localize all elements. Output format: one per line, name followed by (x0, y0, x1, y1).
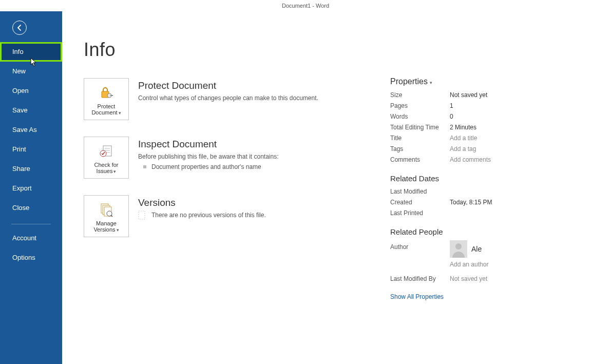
inspect-desc: Before publishing this file, be aware th… (138, 152, 279, 161)
property-value: 1 (450, 102, 453, 109)
author-label: Author (390, 239, 450, 251)
svg-rect-13 (139, 211, 145, 219)
versions-icon (99, 202, 114, 217)
avatar (450, 240, 467, 258)
versions-desc: There are no previous versions of this f… (151, 212, 266, 219)
property-row: SizeNot saved yet (390, 89, 585, 100)
bullet-icon (143, 165, 146, 168)
title-bar: Document1 - Word (0, 0, 611, 11)
section-protect: Protect Document Protect Document Contro… (84, 78, 390, 120)
properties-heading-label: Properties (390, 77, 428, 86)
manage-versions-label: Manage Versions (93, 220, 116, 233)
add-author-field[interactable]: Add an author (450, 261, 488, 268)
property-value: 2 Minutes (450, 124, 476, 131)
property-row: TitleAdd a title (390, 132, 585, 143)
property-row: TagsAdd a tag (390, 143, 585, 154)
property-value[interactable]: Add a title (450, 135, 477, 142)
property-key: Tags (390, 145, 450, 152)
sidebar-item-account[interactable]: Account (0, 228, 62, 248)
properties-heading[interactable]: Properties (390, 77, 585, 86)
manage-versions-button[interactable]: Manage Versions (84, 195, 129, 237)
sidebar-item-share[interactable]: Share (0, 159, 62, 179)
property-row: Total Editing Time2 Minutes (390, 122, 585, 132)
date-value: Today, 8:15 PM (450, 199, 492, 206)
property-key: Size (390, 91, 450, 99)
last-modified-by-value: Not saved yet (450, 275, 487, 282)
property-key: Title (390, 135, 450, 142)
sidebar-item-print[interactable]: Print (0, 140, 62, 159)
property-value[interactable]: Add comments (450, 156, 491, 163)
svg-line-12 (111, 215, 112, 217)
lock-key-icon (99, 85, 114, 100)
last-modified-by-label: Last Modified By (390, 275, 450, 282)
back-button[interactable] (12, 21, 27, 35)
property-key: Total Editing Time (390, 124, 450, 131)
property-value: Not saved yet (450, 91, 487, 99)
protect-document-label: Protect Document (91, 103, 117, 116)
date-row: Last Printed (390, 207, 585, 218)
section-versions: Manage Versions Versions There are no pr… (84, 195, 390, 237)
date-row: CreatedToday, 8:15 PM (390, 197, 585, 207)
sidebar-item-close[interactable]: Close (0, 198, 62, 218)
versions-title: Versions (138, 197, 266, 208)
date-key: Last Printed (390, 209, 450, 217)
show-all-properties-link[interactable]: Show All Properties (390, 293, 444, 300)
author-name[interactable]: Ale (471, 245, 482, 253)
property-value: 0 (450, 113, 453, 120)
sidebar-divider (11, 224, 51, 224)
properties-panel: Properties SizeNot saved yetPages1Words0… (390, 11, 590, 364)
property-row: CommentsAdd comments (390, 154, 585, 165)
property-row: Words0 (390, 111, 585, 122)
protect-desc: Control what types of changes people can… (138, 93, 318, 103)
arrow-left-icon (16, 24, 23, 31)
date-key: Last Modified (390, 188, 450, 195)
checklist-icon (99, 143, 114, 159)
property-row: Pages1 (390, 100, 585, 111)
property-key: Pages (390, 102, 450, 109)
check-for-issues-button[interactable]: Check for Issues (84, 137, 129, 179)
protect-title: Protect Document (138, 80, 318, 91)
date-row: Last Modified (390, 186, 585, 197)
document-dashed-icon (138, 210, 146, 220)
section-inspect: Check for Issues Inspect Document Before… (84, 137, 390, 179)
protect-document-button[interactable]: Protect Document (84, 78, 129, 120)
related-people-heading: Related People (390, 227, 585, 236)
property-key: Words (390, 113, 450, 120)
page-title: Info (84, 39, 390, 61)
sidebar-item-export[interactable]: Export (0, 179, 62, 198)
inspect-item: Document properties and author's name (138, 163, 279, 170)
sidebar-item-info[interactable]: Info (2, 44, 61, 60)
sidebar-item-save[interactable]: Save (0, 101, 62, 120)
sidebar-item-options[interactable]: Options (0, 248, 62, 267)
backstage-sidebar: InfoNewOpenSaveSave AsPrintShareExportCl… (0, 11, 62, 364)
date-key: Created (390, 199, 450, 206)
sidebar-item-open[interactable]: Open (0, 81, 62, 101)
svg-rect-2 (110, 95, 113, 96)
sidebar-item-save-as[interactable]: Save As (0, 120, 62, 140)
related-dates-heading: Related Dates (390, 174, 585, 183)
inspect-title: Inspect Document (138, 139, 279, 150)
property-key: Comments (390, 156, 450, 163)
sidebar-item-new[interactable]: New (0, 62, 62, 81)
inspect-item-text: Document properties and author's name (151, 163, 261, 170)
property-value[interactable]: Add a tag (450, 145, 476, 152)
